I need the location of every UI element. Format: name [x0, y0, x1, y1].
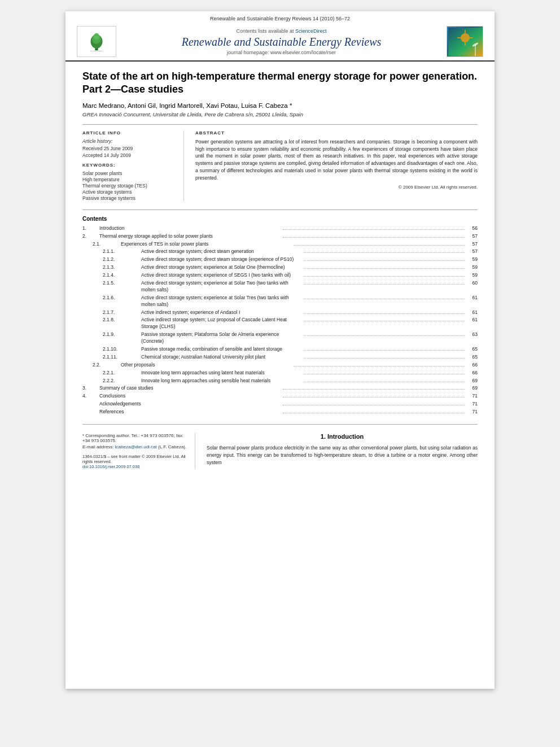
intro-heading: 1. Introduction	[207, 433, 478, 440]
toc-num: 2.1.2.	[103, 256, 141, 263]
accepted-date: Accepted 14 July 2009	[82, 152, 177, 158]
page: Renewable and Sustainable Energy Reviews…	[65, 11, 495, 689]
keyword-4: Active storage systems	[82, 189, 177, 195]
toc-label: Innovate long term approaches using sens…	[141, 378, 302, 385]
toc-page: 59	[466, 256, 478, 263]
toc-label: Experiences of TES in solar power plants	[121, 241, 292, 248]
received-date: Received 25 June 2009	[82, 146, 177, 151]
email-address[interactable]: lcabeza@diei.udl.cat	[115, 444, 157, 449]
toc-label: Innovate long term approaches using late…	[141, 370, 302, 377]
toc-page: 61	[466, 309, 478, 316]
abstract-section: ABSTRACT Power generation systems are at…	[195, 130, 478, 202]
corresponding-author: * Corresponding author. Tel.: +34 973 00…	[82, 433, 188, 443]
article-info-title: ARTICLE INFO	[82, 130, 177, 136]
article-content: State of the art on high-temperature the…	[65, 62, 495, 480]
toc-dots	[304, 276, 465, 277]
abstract-title: ABSTRACT	[195, 130, 478, 136]
toc-page: 57	[466, 241, 478, 248]
toc-page: 71	[466, 393, 478, 400]
journal-header: Renewable and Sustainable Energy Reviews…	[65, 11, 495, 62]
toc-label: Introduction	[99, 225, 281, 232]
toc-page: 57	[466, 248, 478, 255]
toc-dots	[283, 405, 465, 405]
toc-page: 59	[466, 264, 478, 271]
toc-page: 65	[466, 346, 478, 353]
journal-thumbnail	[447, 26, 483, 57]
toc-item-2-1-1: 2.1.1. Active direct storage system; dir…	[82, 248, 478, 255]
toc-num: 2.1.6.	[103, 295, 141, 302]
toc-dots	[283, 397, 465, 397]
toc-table: 1. Introduction 56 2. Thermal energy sto…	[82, 225, 478, 416]
toc-num: 2.2.	[93, 362, 121, 369]
toc-item-2-2-1: 2.2.1. Innovate long term approaches usi…	[82, 370, 478, 377]
issn-line: 1364-0321/$ – see front matter © 2009 El…	[82, 454, 188, 469]
toc-dots	[304, 321, 465, 321]
toc-label: Active indirect storage system; Luz prop…	[141, 317, 302, 330]
toc-item-2-1-5: 2.1.5. Active direct storage system; exp…	[82, 280, 478, 294]
toc-item-2-1-3: 2.1.3. Active direct storage system; exp…	[82, 264, 478, 271]
toc-item-2-1-9: 2.1.9. Passive storage system; Plataform…	[82, 331, 478, 345]
toc-page: 66	[466, 362, 478, 369]
toc-label: Active direct storage system; direct ste…	[141, 256, 302, 263]
toc-dots	[304, 374, 465, 374]
toc-num: 3.	[82, 385, 99, 392]
issn-text: 1364-0321/$ – see front matter © 2009 El…	[82, 454, 188, 464]
toc-num: 2.1.10.	[103, 346, 141, 353]
toc-label: Other proposals	[121, 362, 292, 369]
intro-text: Solar thermal power plants produce elect…	[207, 444, 478, 467]
journal-homepage: journal homepage: www.elsevier.com/locat…	[122, 50, 441, 55]
svg-point-3	[94, 33, 100, 40]
email-line: E-mail address: lcabeza@diei.udl.cat (L.…	[82, 444, 188, 449]
toc-dots	[283, 229, 465, 230]
authors: Marc Medrano, Antoni Gil, Ingrid Martore…	[82, 102, 478, 109]
toc-label: Passive storage system; Plataforma Solar…	[141, 331, 302, 345]
toc-dots	[283, 389, 465, 390]
toc-label: Active direct storage system; experience…	[141, 280, 302, 294]
toc-dots	[294, 366, 465, 366]
toc-section: Contents 1. Introduction 56 2. Thermal e…	[82, 209, 478, 416]
toc-label: Summary of case studies	[99, 385, 281, 392]
toc-dots	[304, 268, 465, 269]
toc-item-3: 3. Summary of case studies 69	[82, 385, 478, 392]
toc-num: 2.1.4.	[103, 272, 141, 279]
copyright-line: © 2009 Elsevier Ltd. All rights reserved…	[195, 185, 478, 190]
abstract-text: Power generation systems are attracting …	[195, 138, 478, 182]
history-label: Article history:	[82, 138, 177, 144]
toc-dots	[304, 252, 465, 253]
toc-item-2-1-4: 2.1.4. Active direct storage system; exp…	[82, 272, 478, 279]
toc-item-2-2-2: 2.2.2. Innovate long term approaches usi…	[82, 378, 478, 385]
toc-page: 71	[466, 409, 478, 416]
toc-page: 69	[466, 385, 478, 392]
toc-dots	[304, 299, 465, 299]
introduction-col: 1. Introduction Solar thermal power plan…	[207, 433, 478, 469]
keyword-1: Solar power plants	[82, 171, 177, 176]
toc-dots	[304, 382, 465, 382]
email-suffix: (L.F. Cabeza).	[158, 444, 186, 449]
toc-dots	[304, 350, 465, 351]
affiliation: GREA Innovació Concurrent, Universitat d…	[82, 111, 478, 117]
svg-text:ELSEVIER: ELSEVIER	[90, 50, 102, 51]
toc-dots	[304, 284, 465, 285]
toc-num: 2.1.7.	[103, 309, 141, 316]
toc-label: Active direct storage system; experience…	[141, 272, 302, 279]
toc-num: 2.1.5.	[103, 280, 141, 287]
toc-label: Active direct storage system; experience…	[141, 264, 302, 271]
toc-num: 2.1.3.	[103, 264, 141, 271]
toc-num: 2.1.11.	[103, 354, 141, 361]
toc-item-2-1-10: 2.1.10. Passive storage media; combinati…	[82, 346, 478, 353]
lower-section: * Corresponding author. Tel.: +34 973 00…	[82, 424, 478, 469]
toc-page: 57	[466, 233, 478, 240]
toc-item-2-1-7: 2.1.7. Active indirect system; experienc…	[82, 309, 478, 316]
toc-dots	[294, 245, 465, 246]
toc-page: 71	[466, 401, 478, 408]
article-title: State of the art on high-temperature the…	[82, 70, 478, 97]
journal-title-area: Contents lists available at ScienceDirec…	[116, 28, 447, 55]
toc-label: Active direct storage system; experience…	[141, 295, 302, 308]
toc-num: 4.	[82, 393, 99, 400]
doi-line[interactable]: doi:10.1016/j.rser.2009.07.036	[82, 464, 188, 469]
toc-item-2-1: 2.1. Experiences of TES in solar power p…	[82, 241, 478, 248]
elsevier-logo: ELSEVIER	[77, 26, 116, 57]
sciencedirect-line: Contents lists available at ScienceDirec…	[122, 28, 441, 34]
svg-point-6	[461, 33, 470, 42]
toc-label: Acknowledgements	[99, 401, 281, 408]
